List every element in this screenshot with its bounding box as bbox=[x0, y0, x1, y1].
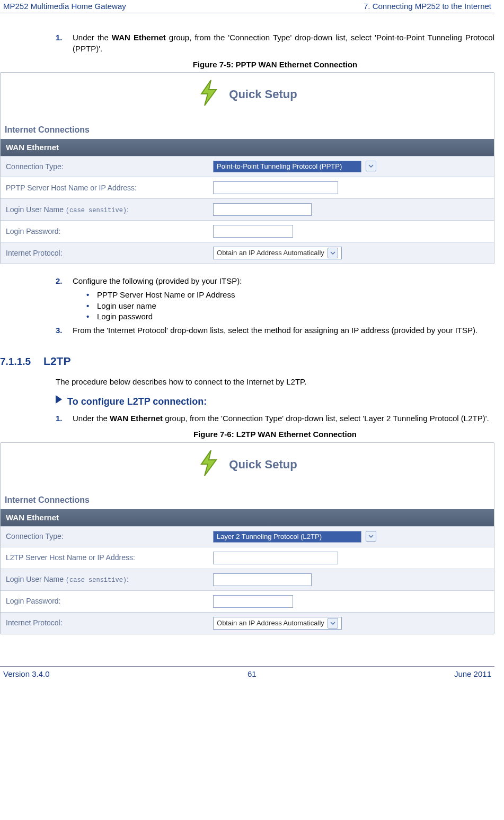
bullet-item: Login user name bbox=[86, 301, 494, 311]
connection-type-value: Point-to-Point Tunneling Protocol (PPTP) bbox=[217, 161, 342, 172]
login-user-text: Login User Name bbox=[6, 575, 66, 583]
step-2: 2. Configure the following (provided by … bbox=[56, 276, 494, 286]
login-user-colon: : bbox=[127, 205, 129, 214]
chevron-down-icon[interactable] bbox=[328, 248, 338, 258]
figure-7-5-caption: Figure 7-5: PPTP WAN Ethernet Connection bbox=[56, 59, 494, 70]
bullet-item: Login password bbox=[86, 311, 494, 322]
footer-date: June 2011 bbox=[454, 669, 491, 679]
login-password-input[interactable] bbox=[213, 595, 293, 608]
chevron-down-icon[interactable] bbox=[366, 531, 376, 542]
label-connection-type: Connection Type: bbox=[1, 526, 208, 547]
login-user-colon: : bbox=[127, 575, 129, 583]
l2tp-step-1-text: Under the WAN Ethernet group, from the '… bbox=[73, 413, 489, 424]
l2tp-server-input[interactable] bbox=[213, 552, 338, 564]
ip-select-value: Obtain an IP Address Automatically bbox=[217, 248, 324, 258]
connection-type-select[interactable]: Point-to-Point Tunneling Protocol (PPTP) bbox=[213, 161, 361, 172]
label-login-password: Login Password: bbox=[1, 221, 208, 242]
header-right: 7. Connecting MP252 to the Internet bbox=[364, 1, 491, 12]
step-3: 3. From the 'Internet Protocol' drop-dow… bbox=[56, 325, 494, 336]
step-1-text: Under the WAN Ethernet group, from the '… bbox=[73, 32, 494, 54]
login-user-text: Login User Name bbox=[6, 205, 66, 214]
page-header: MP252 Multimedia Home Gateway 7. Connect… bbox=[0, 0, 494, 13]
connection-type-select[interactable]: Layer 2 Tunneling Protocol (L2TP) bbox=[213, 531, 361, 543]
footer-version: Version 3.4.0 bbox=[3, 669, 50, 679]
step-2-text: Configure the following (provided by you… bbox=[73, 276, 242, 286]
ip-select-value: Obtain an IP Address Automatically bbox=[217, 618, 324, 628]
panel-title: Quick Setup bbox=[229, 86, 297, 102]
step-1-number: 1. bbox=[56, 32, 65, 54]
internet-connections-label: Internet Connections bbox=[1, 122, 494, 139]
label-connection-type: Connection Type: bbox=[1, 156, 208, 177]
step-3-number: 3. bbox=[56, 325, 65, 336]
step-1-bold: WAN Ethernet bbox=[112, 33, 166, 42]
login-user-input[interactable] bbox=[213, 573, 312, 586]
l2tp-step-1: 1. Under the WAN Ethernet group, from th… bbox=[56, 413, 494, 424]
l2tp-step-1-number: 1. bbox=[56, 413, 65, 424]
panel-title: Quick Setup bbox=[229, 457, 297, 473]
header-left: MP252 Multimedia Home Gateway bbox=[3, 1, 126, 12]
panel-header: Quick Setup bbox=[1, 443, 494, 492]
quick-setup-panel-l2tp: Quick Setup Internet Connections WAN Eth… bbox=[0, 442, 494, 634]
step-1: 1. Under the WAN Ethernet group, from th… bbox=[56, 32, 494, 54]
section-heading: 7.1.1.5 L2TP bbox=[0, 354, 494, 369]
pptp-server-input[interactable] bbox=[213, 181, 338, 194]
case-sensitive-note: (case sensitive) bbox=[66, 577, 127, 584]
connection-type-value: Layer 2 Tunneling Protocol (L2TP) bbox=[217, 531, 322, 543]
chevron-down-icon[interactable] bbox=[366, 161, 376, 171]
wan-ethernet-band: WAN Ethernet bbox=[1, 139, 494, 156]
bullet-list: PPTP Server Host Name or IP Address Logi… bbox=[86, 290, 494, 322]
step-2-number: 2. bbox=[56, 276, 65, 286]
figure-7-6-caption: Figure 7-6: L2TP WAN Ethernet Connection bbox=[56, 429, 494, 440]
page-footer: Version 3.4.0 61 June 2011 bbox=[0, 666, 494, 682]
l2tp-step-1-pre: Under the bbox=[73, 414, 110, 423]
procedure-heading: To configure L2TP connection: bbox=[56, 395, 494, 408]
wan-ethernet-band: WAN Ethernet bbox=[1, 509, 494, 526]
triangle-arrow-icon bbox=[56, 395, 62, 404]
label-login-user: Login User Name (case sensitive): bbox=[1, 569, 208, 590]
chevron-down-icon[interactable] bbox=[328, 618, 338, 629]
label-pptp-server: PPTP Server Host Name or IP Address: bbox=[1, 177, 208, 199]
login-password-input[interactable] bbox=[213, 225, 293, 238]
l2tp-step-1-bold: WAN Ethernet bbox=[110, 414, 163, 423]
label-l2tp-server: L2TP Server Host Name or IP Address: bbox=[1, 547, 208, 569]
section-number: 7.1.1.5 bbox=[0, 355, 31, 369]
step-1-pre: Under the bbox=[73, 33, 112, 42]
l2tp-step-1-post: group, from the 'Connection Type' drop-d… bbox=[163, 414, 489, 423]
form-table: Connection Type: Point-to-Point Tunnelin… bbox=[1, 156, 494, 264]
section-title: L2TP bbox=[43, 354, 70, 369]
panel-header: Quick Setup bbox=[1, 73, 494, 122]
label-login-user: Login User Name (case sensitive): bbox=[1, 199, 208, 221]
lightning-icon bbox=[197, 79, 220, 109]
label-internet-protocol: Internet Protocol: bbox=[1, 612, 208, 634]
step-3-text: From the 'Internet Protocol' drop-down l… bbox=[73, 325, 478, 336]
quick-setup-panel-pptp: Quick Setup Internet Connections WAN Eth… bbox=[0, 72, 494, 264]
form-table: Connection Type: Layer 2 Tunneling Proto… bbox=[1, 526, 494, 634]
case-sensitive-note: (case sensitive) bbox=[66, 207, 127, 214]
internet-connections-label: Internet Connections bbox=[1, 492, 494, 509]
bullet-item: PPTP Server Host Name or IP Address bbox=[86, 290, 494, 300]
l2tp-intro: The procedure below describes how to con… bbox=[56, 377, 494, 387]
footer-page-number: 61 bbox=[247, 669, 257, 679]
label-internet-protocol: Internet Protocol: bbox=[1, 242, 208, 264]
internet-protocol-select[interactable]: Obtain an IP Address Automatically bbox=[213, 247, 342, 259]
procedure-title: To configure L2TP connection: bbox=[67, 395, 207, 408]
internet-protocol-select[interactable]: Obtain an IP Address Automatically bbox=[213, 617, 342, 630]
lightning-icon bbox=[197, 449, 220, 479]
label-login-password: Login Password: bbox=[1, 590, 208, 612]
login-user-input[interactable] bbox=[213, 203, 312, 216]
